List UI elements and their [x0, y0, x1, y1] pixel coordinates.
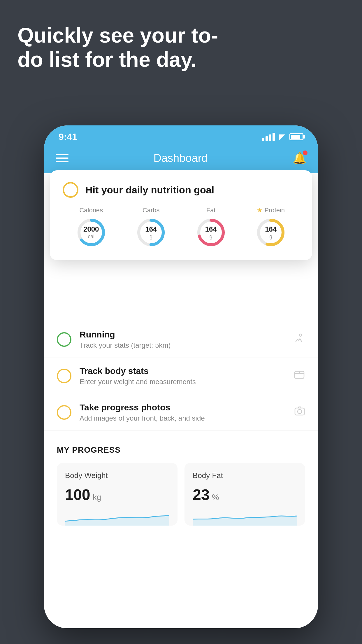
body-weight-card: Body Weight 100 kg: [57, 463, 178, 526]
calories-label: Calories: [79, 206, 103, 214]
nutrition-row: Calories 2000 cal Carbs: [63, 206, 299, 249]
photos-check-circle: [57, 405, 71, 420]
status-bar: 9:41 ◤: [44, 125, 318, 146]
calories-unit: cal: [83, 234, 99, 240]
fat-donut: 164 g: [195, 216, 227, 249]
running-text: Running Track your stats (target: 5km): [80, 330, 285, 349]
progress-section: MY PROGRESS Body Weight 100 kg: [44, 431, 318, 538]
fat-unit: g: [205, 234, 217, 240]
running-icon: [294, 333, 305, 346]
photos-subtitle: Add images of your front, back, and side: [80, 414, 286, 422]
todo-item-progress-photos[interactable]: Take progress photos Add images of your …: [44, 394, 318, 431]
notification-button[interactable]: 🔔: [293, 152, 306, 164]
body-fat-card: Body Fat 23 %: [184, 463, 305, 526]
nutrition-card: Hit your daily nutrition goal Calories 2…: [50, 170, 312, 260]
running-title: Running: [80, 330, 285, 340]
protein-unit: g: [265, 234, 277, 240]
photos-title: Take progress photos: [80, 402, 286, 412]
nutrition-carbs: Carbs 164 g: [135, 206, 167, 249]
notification-badge: [303, 150, 307, 155]
phone-mockup: 9:41 ◤ Dashboard 🔔 THINGS TO DO TODAY: [44, 125, 318, 628]
status-time: 9:41: [59, 132, 77, 142]
body-fat-value: 23: [193, 486, 210, 503]
nutrition-card-title: Hit your daily nutrition goal: [85, 184, 214, 196]
star-icon: ★: [257, 206, 263, 214]
todo-item-running[interactable]: Running Track your stats (target: 5km): [44, 321, 318, 358]
body-stats-subtitle: Enter your weight and measurements: [80, 378, 285, 386]
photo-icon: [294, 406, 305, 419]
card-header: Hit your daily nutrition goal: [63, 182, 299, 198]
scale-icon: [294, 370, 305, 383]
body-stats-title: Track body stats: [80, 366, 285, 376]
todo-item-body-stats[interactable]: Track body stats Enter your weight and m…: [44, 358, 318, 394]
fat-label: Fat: [206, 206, 216, 214]
carbs-donut: 164 g: [135, 216, 167, 249]
carbs-label: Carbs: [143, 206, 160, 214]
nutrition-protein: ★ Protein 164 g: [255, 206, 287, 249]
calories-donut: 2000 cal: [75, 216, 107, 249]
body-weight-chart: [65, 508, 169, 526]
running-subtitle: Track your stats (target: 5km): [80, 341, 285, 349]
signal-icon: [262, 133, 275, 141]
carbs-unit: g: [145, 234, 157, 240]
progress-cards: Body Weight 100 kg Body Fat: [57, 463, 305, 526]
svg-point-12: [298, 410, 302, 414]
protein-label: ★ Protein: [257, 206, 285, 214]
status-icons: ◤: [262, 132, 303, 142]
photos-text: Take progress photos Add images of your …: [80, 402, 286, 422]
fat-value: 164: [205, 225, 217, 234]
body-stats-check-circle: [57, 369, 71, 383]
nutrition-calories: Calories 2000 cal: [75, 206, 107, 249]
body-weight-card-title: Body Weight: [65, 471, 169, 480]
hero-title: Quickly see your to-do list for the day.: [17, 23, 222, 72]
running-check-circle: [57, 332, 71, 347]
nutrition-fat: Fat 164 g: [195, 206, 227, 249]
menu-button[interactable]: [56, 154, 68, 162]
protein-donut: 164 g: [255, 216, 287, 249]
body-fat-card-title: Body Fat: [193, 471, 297, 480]
body-fat-unit: %: [212, 493, 219, 502]
protein-value: 164: [265, 225, 277, 234]
nav-bar: Dashboard 🔔: [44, 146, 318, 173]
carbs-value: 164: [145, 225, 157, 234]
battery-icon: [289, 133, 303, 140]
body-weight-value: 100: [65, 486, 90, 503]
progress-section-title: MY PROGRESS: [57, 445, 305, 455]
body-fat-chart: [193, 508, 297, 526]
nutrition-check-circle[interactable]: [63, 182, 78, 198]
svg-rect-11: [295, 408, 304, 415]
phone-content: THINGS TO DO TODAY Hit your daily nutrit…: [44, 173, 318, 628]
body-stats-text: Track body stats Enter your weight and m…: [80, 366, 285, 386]
nav-title: Dashboard: [154, 152, 208, 164]
body-weight-unit: kg: [93, 493, 101, 502]
wifi-icon: ◤: [279, 132, 285, 142]
calories-value: 2000: [83, 225, 99, 234]
